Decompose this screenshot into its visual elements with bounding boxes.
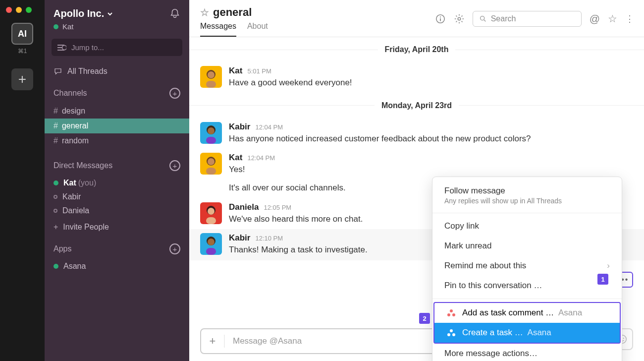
mentions-icon[interactable]: @: [590, 13, 600, 25]
search-placeholder: Search: [491, 14, 516, 23]
settings-gear-icon[interactable]: [454, 13, 465, 24]
svg-point-20: [208, 208, 215, 215]
avatar: [200, 66, 222, 88]
svg-point-27: [623, 338, 624, 339]
channel-design[interactable]: #design: [45, 104, 189, 119]
avatar: [200, 202, 222, 224]
asana-icon: [447, 329, 455, 336]
menu-more-actions[interactable]: More message actions…: [432, 344, 622, 361]
dm-header[interactable]: Direct Messages: [54, 161, 112, 170]
invite-people-button[interactable]: +Invite People: [45, 218, 189, 239]
add-dm-button[interactable]: +: [169, 160, 180, 171]
menu-mark-unread[interactable]: Mark unread: [432, 236, 622, 256]
apps-header[interactable]: Apps: [54, 244, 71, 253]
dm-kat[interactable]: Kat(you): [45, 176, 189, 190]
info-icon[interactable]: [435, 13, 446, 24]
jump-placeholder: Jump to...: [71, 43, 104, 52]
asana-icon: [447, 309, 455, 316]
menu-follow-message[interactable]: Follow message Any replies will show up …: [432, 181, 622, 210]
svg-rect-15: [206, 137, 216, 144]
menu-copy-link[interactable]: Copy link: [432, 216, 622, 236]
channel-header: ☆ general Messages About Search @ ☆ ⋮: [189, 0, 644, 37]
threads-icon: [54, 67, 62, 76]
message-row[interactable]: Kat5:01 PM Have a good weekend everyone!: [189, 62, 644, 93]
svg-point-14: [208, 127, 215, 134]
channel-random[interactable]: #random: [45, 133, 189, 148]
menu-pin[interactable]: Pin to this conversation …: [432, 276, 622, 296]
star-channel-icon[interactable]: ☆: [608, 13, 617, 25]
workspace-shortcut-label: ⌘1: [18, 48, 27, 55]
svg-rect-6: [440, 18, 441, 21]
svg-point-11: [208, 71, 215, 78]
search-input[interactable]: Search: [473, 11, 582, 27]
chevron-down-icon: [107, 11, 113, 17]
tab-about[interactable]: About: [247, 22, 268, 37]
avatar: [200, 122, 222, 144]
dm-daniela[interactable]: Daniela: [45, 204, 189, 218]
svg-rect-24: [206, 248, 216, 255]
jump-to-input[interactable]: Jump to...: [52, 39, 182, 56]
presence-online-icon: [54, 180, 58, 185]
svg-point-17: [208, 158, 215, 165]
callout-badge-2: 2: [419, 313, 430, 324]
presence-online-icon: [54, 264, 58, 269]
workspace-rail: AI ⌘1 +: [0, 0, 45, 361]
menu-create-task[interactable]: Create a task … Asana: [434, 323, 620, 343]
avatar: [200, 233, 222, 255]
svg-rect-12: [206, 81, 216, 88]
add-app-button[interactable]: +: [169, 243, 180, 254]
avatar: [200, 153, 222, 175]
message-context-menu: Follow message Any replies will show up …: [432, 177, 622, 361]
minimize-window-icon[interactable]: [16, 7, 22, 13]
channel-title: general: [213, 6, 252, 19]
add-channel-button[interactable]: +: [169, 88, 180, 99]
date-divider: Friday, April 20th: [189, 40, 644, 59]
presence-offline-icon: [54, 195, 57, 199]
jump-icon: [57, 44, 66, 51]
date-divider: Monday, April 23rd: [189, 96, 644, 115]
svg-line-9: [484, 20, 485, 21]
svg-rect-21: [206, 217, 216, 224]
sidebar: Apollo Inc. Kat Jump to... All Threads C…: [45, 0, 189, 361]
chevron-right-icon: ›: [607, 261, 610, 271]
callout-badge-1: 1: [597, 274, 608, 285]
workspace-menu[interactable]: Apollo Inc.: [54, 8, 113, 19]
svg-point-7: [458, 17, 461, 20]
main-pane: ☆ general Messages About Search @ ☆ ⋮ Fr…: [189, 0, 644, 361]
svg-point-5: [440, 16, 441, 17]
menu-add-task-comment[interactable]: Add as task comment … Asana: [434, 303, 620, 323]
maximize-window-icon[interactable]: [26, 7, 32, 13]
svg-point-3: [62, 45, 67, 50]
notifications-icon[interactable]: [169, 8, 180, 19]
app-asana[interactable]: Asana: [45, 259, 189, 273]
current-user-label: Kat: [62, 22, 74, 31]
svg-point-8: [480, 16, 484, 20]
composer-attach-button[interactable]: +: [201, 335, 225, 348]
svg-rect-18: [206, 168, 216, 175]
presence-offline-icon: [54, 209, 57, 213]
channels-header[interactable]: Channels: [54, 89, 87, 98]
workspace-switcher[interactable]: AI: [11, 23, 33, 45]
search-icon: [479, 15, 487, 23]
add-workspace-button[interactable]: +: [11, 68, 33, 90]
svg-point-23: [208, 239, 215, 245]
more-header-icon[interactable]: ⋮: [625, 13, 633, 24]
all-threads-link[interactable]: All Threads: [45, 63, 189, 83]
dm-kabir[interactable]: Kabir: [45, 190, 189, 204]
workspace-name: Apollo Inc.: [54, 8, 104, 19]
star-icon[interactable]: ☆: [200, 6, 209, 18]
presence-indicator-icon: [54, 24, 58, 29]
menu-remind-me[interactable]: Remind me about this›: [432, 256, 622, 276]
close-window-icon[interactable]: [6, 7, 12, 13]
channel-general[interactable]: #general: [45, 119, 189, 133]
message-row[interactable]: Kabir12:04 PM Has anyone noticed increas…: [189, 118, 644, 149]
tab-messages[interactable]: Messages: [200, 22, 236, 37]
window-controls: [0, 4, 38, 20]
